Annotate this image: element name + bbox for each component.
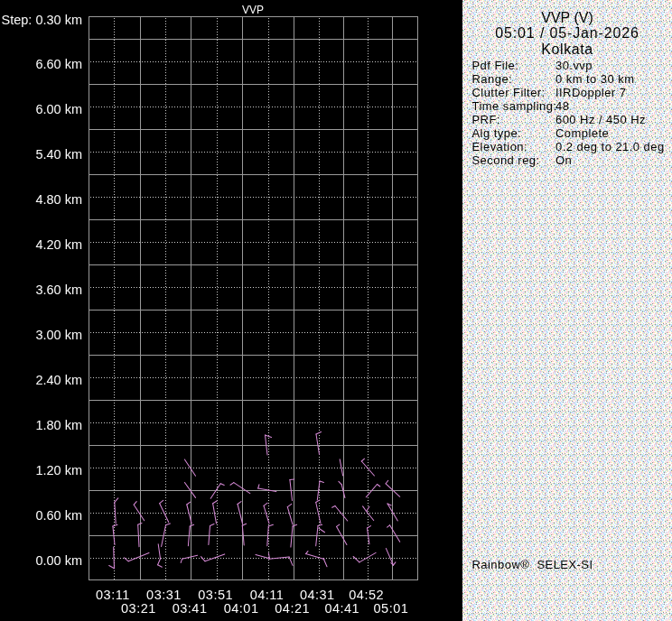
- svg-text:48: 48: [555, 99, 569, 113]
- svg-text:600 Hz / 450 Hz: 600 Hz / 450 Hz: [555, 113, 646, 126]
- svg-text:05:01 / 05-Jan-2026: 05:01 / 05-Jan-2026: [495, 25, 639, 41]
- svg-text:03:31: 03:31: [146, 588, 182, 602]
- svg-text:Kolkata: Kolkata: [541, 42, 593, 57]
- svg-text:0.2 deg to 21.0 deg: 0.2 deg to 21.0 deg: [555, 140, 665, 153]
- svg-text:04:11: 04:11: [250, 588, 285, 602]
- svg-text:VVP: VVP: [242, 4, 264, 16]
- svg-text:Rainbow® SELEX-SI: Rainbow® SELEX-SI: [472, 558, 593, 571]
- svg-text:04:21: 04:21: [275, 601, 310, 616]
- svg-text:Elevation:: Elevation:: [472, 140, 528, 153]
- svg-text:Second reg:: Second reg:: [472, 153, 540, 167]
- svg-text:03:21: 03:21: [121, 601, 156, 616]
- svg-text:Clutter Filter:: Clutter Filter:: [472, 86, 546, 99]
- svg-text:Range:: Range:: [472, 72, 513, 86]
- svg-text:Complete: Complete: [555, 126, 609, 140]
- svg-text:1.80 km: 1.80 km: [35, 418, 82, 432]
- svg-text:6.00 km: 6.00 km: [35, 102, 82, 116]
- svg-text:Pdf File:: Pdf File:: [472, 59, 519, 72]
- svg-text:VVP (V): VVP (V): [541, 10, 593, 25]
- svg-text:PRF:: PRF:: [472, 113, 500, 126]
- svg-text:1.20 km: 1.20 km: [35, 463, 82, 477]
- svg-text:04:52: 04:52: [349, 588, 384, 602]
- svg-text:03:51: 03:51: [198, 588, 233, 602]
- svg-text:5.40 km: 5.40 km: [35, 147, 82, 162]
- svg-text:05:01: 05:01: [374, 601, 409, 616]
- svg-text:IIRDoppler 7: IIRDoppler 7: [555, 86, 626, 99]
- svg-text:03:11: 03:11: [96, 588, 130, 602]
- svg-text:04:01: 04:01: [224, 601, 259, 616]
- svg-text:0 km to 30 km: 0 km to 30 km: [555, 72, 635, 86]
- svg-text:0.60 km: 0.60 km: [35, 508, 82, 523]
- svg-text:04:41: 04:41: [324, 601, 359, 616]
- svg-text:03:41: 03:41: [173, 601, 208, 616]
- svg-text:Time sampling:: Time sampling:: [472, 99, 557, 113]
- svg-text:30.vvp: 30.vvp: [555, 59, 593, 72]
- svg-text:4.80 km: 4.80 km: [35, 192, 82, 207]
- svg-text:Step: 0.30 km: Step: 0.30 km: [2, 13, 82, 27]
- svg-text:3.00 km: 3.00 km: [35, 328, 82, 342]
- svg-text:0.00 km: 0.00 km: [35, 553, 82, 568]
- svg-text:3.60 km: 3.60 km: [35, 283, 82, 297]
- svg-text:6.60 km: 6.60 km: [35, 57, 82, 71]
- svg-text:4.20 km: 4.20 km: [35, 237, 82, 252]
- svg-text:On: On: [555, 153, 572, 167]
- svg-text:Alg type:: Alg type:: [472, 126, 522, 140]
- svg-text:2.40 km: 2.40 km: [35, 373, 82, 387]
- svg-text:04:31: 04:31: [300, 588, 335, 602]
